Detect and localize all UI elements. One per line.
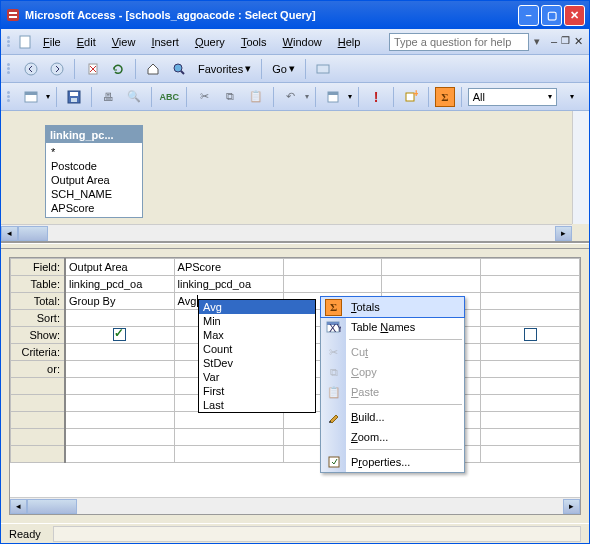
menu-file[interactable]: File [36,34,68,50]
dropdown-option[interactable]: Min [199,314,315,328]
field-item[interactable]: SCH_NAME [49,187,139,201]
dropdown-option[interactable]: Max [199,328,315,342]
svg-line-8 [181,71,184,74]
svg-rect-0 [7,9,19,21]
aggregate-dropdown[interactable]: Avg Min Max Count StDev Var First Last [198,299,316,413]
menu-query[interactable]: Query [188,34,232,50]
paste-button[interactable]: 📋 [245,86,267,108]
mdi-restore-button[interactable]: ❐ [561,35,570,48]
scroll-right-button[interactable]: ▸ [555,226,572,241]
ctx-copy: ⧉ Copy [321,362,464,382]
cut-button[interactable]: ✂ [193,86,215,108]
mdi-close-button[interactable]: ✕ [574,35,583,48]
svg-point-7 [174,64,182,72]
table-card-title: linking_pc... [46,126,142,143]
svg-point-5 [51,63,63,75]
undo-button[interactable]: ↶ [280,86,302,108]
dropdown-option[interactable]: First [199,384,315,398]
table-names-icon: XYZ [325,319,342,336]
svg-text:+: + [413,90,418,99]
show-table-button[interactable]: + [400,86,422,108]
save-button[interactable] [63,86,85,108]
maximize-button[interactable]: ▢ [541,5,562,26]
cell-empty[interactable] [283,259,382,276]
toolbar-options-button[interactable]: ▾ [561,86,583,108]
status-text: Ready [9,528,41,540]
horizontal-scrollbar[interactable]: ◂ ▸ [1,224,572,241]
cell-table[interactable]: linking_pcd_oa [65,276,174,293]
scroll-left-button[interactable]: ◂ [10,499,27,514]
table-pane: linking_pc... * Postcode Output Area SCH… [1,111,589,243]
ctx-paste: 📋 Paste [321,382,464,402]
stop-button[interactable] [81,58,103,80]
menu-tools[interactable]: Tools [234,34,274,50]
copy-icon: ⧉ [325,364,342,381]
field-item[interactable]: APScore [49,201,139,215]
cell-total[interactable]: Group By [65,293,174,310]
totals-button[interactable]: Σ [435,87,455,107]
mdi-minimize-button[interactable]: – [551,35,557,48]
svg-rect-16 [328,92,338,95]
minimize-button[interactable]: – [518,5,539,26]
print-preview-button[interactable]: 🔍 [123,86,145,108]
menu-window[interactable]: Window [276,34,329,50]
svg-rect-11 [25,92,37,95]
cell-field[interactable]: Output Area [65,259,174,276]
menubar: File Edit View Insert Query Tools Window… [1,29,589,55]
menu-insert[interactable]: Insert [144,34,186,50]
dropdown-option[interactable]: Last [199,398,315,412]
view-button[interactable] [20,86,42,108]
cell-table[interactable]: linking_pcd_oa [174,276,283,293]
run-button[interactable]: ! [365,86,387,108]
nav-forward-button[interactable] [46,58,68,80]
vertical-scrollbar[interactable] [572,111,589,224]
dropdown-option[interactable]: Count [199,342,315,356]
svg-rect-1 [9,12,17,14]
menu-edit[interactable]: Edit [70,34,103,50]
cell-empty[interactable] [382,259,481,276]
scroll-left-button[interactable]: ◂ [1,226,18,241]
workspace: linking_pc... * Postcode Output Area SCH… [1,111,589,523]
field-item[interactable]: * [49,145,139,159]
home-button[interactable] [142,58,164,80]
grid-horizontal-scrollbar[interactable]: ◂ ▸ [10,497,580,514]
scroll-thumb[interactable] [27,499,77,514]
go-button[interactable]: Go ▾ [268,60,299,77]
show-only-web-button[interactable] [312,58,334,80]
splitter[interactable] [1,243,589,249]
ctx-properties[interactable]: Properties... [321,452,464,472]
field-item[interactable]: Postcode [49,159,139,173]
cell-show[interactable] [65,327,174,344]
ctx-zoom[interactable]: Zoom... [321,427,464,447]
cell-empty[interactable] [481,259,580,276]
help-dropdown-icon[interactable]: ▾ [531,35,543,48]
query-type-button[interactable] [322,86,344,108]
favorites-button[interactable]: Favorites ▾ [194,60,255,77]
search-web-button[interactable] [168,58,190,80]
statusbar: Ready [1,523,589,543]
dropdown-option[interactable]: Avg [199,300,315,314]
nav-back-button[interactable] [20,58,42,80]
refresh-button[interactable] [107,58,129,80]
ctx-table-names[interactable]: XYZ Table Names [321,317,464,337]
ctx-build[interactable]: Build... [321,407,464,427]
menu-view[interactable]: View [105,34,143,50]
dropdown-option[interactable]: Var [199,370,315,384]
ctx-totals[interactable]: Σ Totals [321,297,464,317]
field-item[interactable]: Output Area [49,173,139,187]
print-button[interactable]: 🖶 [98,86,120,108]
top-values-combo[interactable]: All▾ [468,88,557,106]
scroll-right-button[interactable]: ▸ [563,499,580,514]
copy-button[interactable]: ⧉ [219,86,241,108]
scroll-thumb[interactable] [18,226,48,241]
checkbox-icon [524,328,537,341]
help-search-input[interactable] [389,33,529,51]
svg-rect-9 [317,65,329,73]
spelling-button[interactable]: ABC [158,86,180,108]
window-title: Microsoft Access - [schools_aggoacode : … [25,9,518,21]
menu-help[interactable]: Help [331,34,368,50]
cell-field[interactable]: APScore [174,259,283,276]
dropdown-option[interactable]: StDev [199,356,315,370]
table-card[interactable]: linking_pc... * Postcode Output Area SCH… [45,125,143,218]
close-button[interactable]: ✕ [564,5,585,26]
